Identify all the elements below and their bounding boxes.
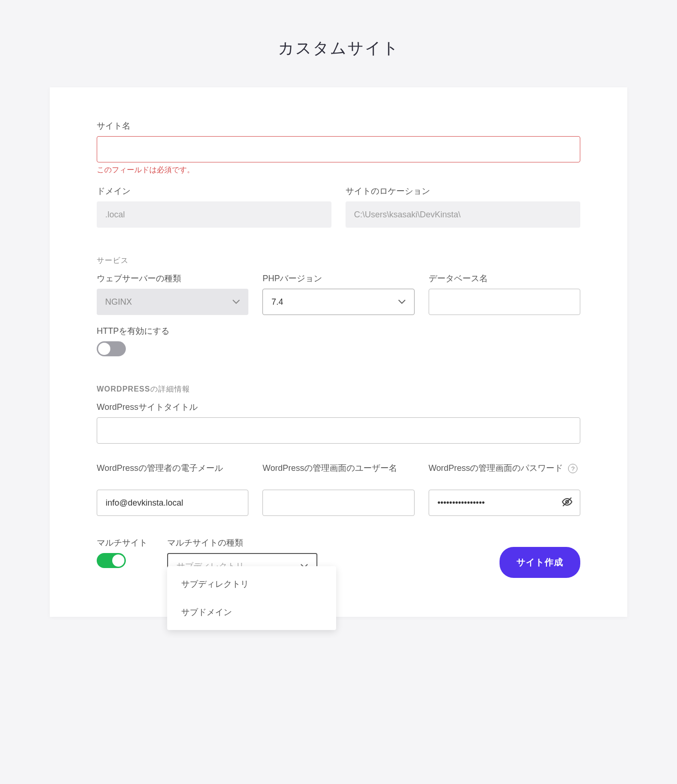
wp-pass-label-text: WordPressの管理画面のパスワード (429, 463, 563, 473)
location-label: サイトのロケーション (346, 185, 580, 197)
wp-user-input[interactable] (262, 490, 414, 516)
multisite-option-subdomain[interactable]: サブドメイン (167, 598, 336, 626)
site-name-input[interactable] (97, 136, 580, 162)
help-icon[interactable]: ? (568, 464, 577, 473)
webserver-label: ウェブサーバーの種類 (97, 273, 248, 284)
http-enable-toggle[interactable] (97, 341, 126, 356)
location-input (346, 201, 580, 228)
wordpress-section-prefix: WORDPRESS (97, 385, 150, 393)
wp-title-input[interactable] (97, 417, 580, 444)
webserver-value: NGINX (105, 297, 132, 307)
form-card: サイト名 このフィールドは必須です。 ドメイン サイトのロケーション サービス … (50, 87, 627, 617)
php-label: PHPバージョン (262, 273, 414, 284)
site-name-error: このフィールドは必須です。 (97, 165, 580, 175)
multisite-label: マルチサイト (97, 537, 167, 548)
page-title: カスタムサイト (0, 38, 677, 59)
php-select[interactable]: 7.4 (262, 289, 414, 315)
domain-label: ドメイン (97, 185, 331, 197)
php-value: 7.4 (271, 297, 283, 307)
site-name-label: サイト名 (97, 120, 580, 131)
dbname-input[interactable] (429, 289, 580, 315)
wordpress-section-suffix: の詳細情報 (150, 385, 190, 393)
eye-off-icon[interactable] (562, 496, 573, 509)
domain-input (97, 201, 331, 228)
services-section-label: サービス (97, 256, 580, 266)
dbname-label: データベース名 (429, 273, 580, 284)
chevron-down-icon (232, 300, 240, 304)
wp-email-input[interactable] (97, 490, 248, 516)
multisite-type-label: マルチサイトの種類 (167, 537, 317, 548)
wp-user-label: WordPressの管理画面のユーザー名 (262, 462, 414, 485)
chevron-down-icon (398, 300, 406, 304)
wordpress-section-label: WORDPRESSの詳細情報 (97, 384, 580, 394)
multisite-type-dropdown: サブディレクトリ サブドメイン (167, 566, 336, 630)
webserver-select: NGINX (97, 289, 248, 315)
wp-pass-input[interactable] (429, 490, 580, 516)
wp-email-label: WordPressの管理者の電子メール (97, 462, 248, 485)
http-enable-label: HTTPを有効にする (97, 325, 580, 337)
wp-pass-label: WordPressの管理画面のパスワード ? (429, 462, 580, 485)
create-site-button[interactable]: サイト作成 (500, 547, 580, 578)
multisite-toggle[interactable] (97, 553, 126, 568)
multisite-option-subdirectory[interactable]: サブディレクトリ (167, 570, 336, 598)
wp-title-label: WordPressサイトタイトル (97, 401, 580, 413)
